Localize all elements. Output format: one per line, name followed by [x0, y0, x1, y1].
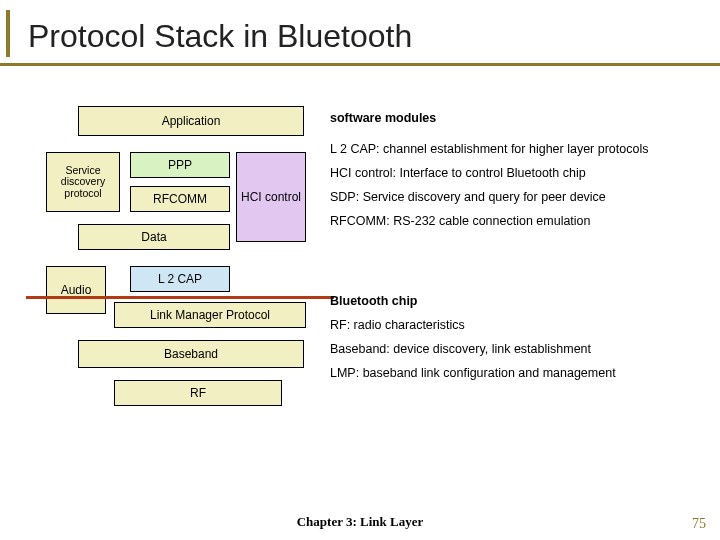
annotation-l2cap: L 2 CAP: channel establishment for highe…: [330, 141, 702, 158]
annotation-bluetooth-chip: Bluetooth chip: [330, 293, 702, 310]
block-rfcomm: RFCOMM: [130, 186, 230, 212]
block-label: Audio: [61, 283, 92, 297]
block-l2cap: L 2 CAP: [130, 266, 230, 292]
block-label: protocol: [64, 188, 101, 200]
annotation-rf: RF: radio characteristics: [330, 317, 702, 334]
block-lmp: Link Manager Protocol: [114, 302, 306, 328]
block-label: Baseband: [164, 347, 218, 361]
block-label: HCI control: [241, 190, 301, 204]
annotations: software modules L 2 CAP: channel establ…: [330, 106, 702, 389]
block-data: Data: [78, 224, 230, 250]
slide-content: Application Service discovery protocol P…: [0, 66, 720, 106]
block-label: L 2 CAP: [158, 272, 202, 286]
annotation-rfcomm: RFCOMM: RS-232 cable connection emulatio…: [330, 213, 702, 230]
annotation-hci: HCI control: Interface to control Blueto…: [330, 165, 702, 182]
annotation-sdp: SDP: Service discovery and query for pee…: [330, 189, 702, 206]
annotation-lmp: LMP: baseband link configuration and man…: [330, 365, 702, 382]
annotation-software-modules: software modules: [330, 110, 702, 127]
block-baseband: Baseband: [78, 340, 304, 368]
block-label: Data: [141, 230, 166, 244]
block-label: RF: [190, 386, 206, 400]
block-ppp: PPP: [130, 152, 230, 178]
block-label: PPP: [168, 158, 192, 172]
divider-line: [26, 296, 334, 299]
block-rf: RF: [114, 380, 282, 406]
annotation-baseband: Baseband: device discovery, link establi…: [330, 341, 702, 358]
footer-chapter: Chapter 3: Link Layer: [0, 514, 720, 530]
block-application: Application: [78, 106, 304, 136]
page-number: 75: [692, 516, 706, 532]
block-audio: Audio: [46, 266, 106, 314]
block-label: Application: [162, 114, 221, 128]
page-title: Protocol Stack in Bluetooth: [28, 18, 700, 55]
title-bar: Protocol Stack in Bluetooth: [0, 0, 720, 66]
block-hci: HCI control: [236, 152, 306, 242]
block-label: Link Manager Protocol: [150, 308, 270, 322]
block-sdp: Service discovery protocol: [46, 152, 120, 212]
block-label: RFCOMM: [153, 192, 207, 206]
